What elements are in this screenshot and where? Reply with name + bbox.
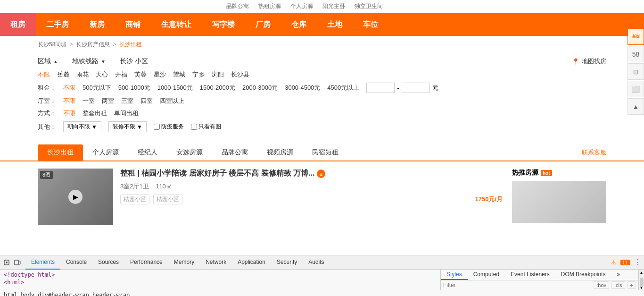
breadcrumb-home[interactable]: 长沙58同城 xyxy=(38,41,66,48)
tab-changsha-rent[interactable]: 长沙出租 xyxy=(38,144,83,161)
devtools-tab-styles[interactable]: Styles xyxy=(441,270,468,280)
devtools-device-icon[interactable] xyxy=(13,258,22,267)
nav-item-office[interactable]: 写字楼 xyxy=(202,13,245,36)
devtools-tab-dom-breakpoints[interactable]: DOM Breakpoints xyxy=(555,270,611,280)
devtools-more-btn[interactable]: ⋮ xyxy=(634,258,642,267)
room-2[interactable]: 两室 xyxy=(102,97,114,105)
expand-btn[interactable]: ⊡ xyxy=(627,63,644,80)
devtools-tab-more-right[interactable]: » xyxy=(611,270,626,280)
play-button[interactable]: ▶ xyxy=(68,190,83,204)
district-tianxin[interactable]: 天心 xyxy=(96,70,108,79)
has-photo-checkbox[interactable]: 只看有图 xyxy=(191,123,221,131)
listing-title[interactable]: 整租 | 桔园小学陪读 居家好房子 楼层不高 装修精致 万博... 🔥 xyxy=(120,169,468,178)
hot-image[interactable] xyxy=(512,181,606,223)
rent-500[interactable]: 500元以下 xyxy=(83,84,111,92)
filter-metro-section[interactable]: 地铁线路 ▼ xyxy=(72,57,106,66)
breadcrumb-rent[interactable]: 长沙出租 xyxy=(119,41,142,48)
district-furong[interactable]: 芙蓉 xyxy=(134,70,147,79)
room-1[interactable]: 一室 xyxy=(83,97,95,105)
rent-500-1000[interactable]: 500-1000元 xyxy=(118,84,150,92)
devtools-tab-console[interactable]: Console xyxy=(60,255,92,270)
tab-minsu[interactable]: 民宿短租 xyxy=(303,144,348,161)
rent-3000-4500[interactable]: 3000-4500元 xyxy=(285,84,320,92)
nav-item-secondhand[interactable]: 二手房 xyxy=(36,13,79,36)
devtools-body-crumb[interactable]: body xyxy=(21,292,34,296)
district-liuyang[interactable]: 浏阳 xyxy=(212,70,224,79)
devtools-tab-application[interactable]: Application xyxy=(232,255,271,270)
orientation-dropdown[interactable]: 朝向不限 ▼ xyxy=(63,121,101,132)
listing-community2[interactable]: 桔园小区 xyxy=(153,195,182,204)
district-yuhua[interactable]: 雨花 xyxy=(76,70,89,79)
devtools-hov-btn[interactable]: :hov xyxy=(594,281,609,289)
devtools-tab-audits[interactable]: Audits xyxy=(303,255,330,270)
rent-all[interactable]: 不限 xyxy=(63,84,75,92)
nav-item-factory[interactable]: 厂房 xyxy=(245,13,281,36)
district-yuelü[interactable]: 岳麓 xyxy=(57,70,69,79)
nav-item-parking[interactable]: 车位 xyxy=(353,13,388,36)
method-all[interactable]: 不限 xyxy=(63,109,75,118)
devtools-cls-btn[interactable]: .cls xyxy=(611,281,625,289)
filter-area-section[interactable]: 区域 ▲ xyxy=(38,57,58,66)
room-3[interactable]: 三室 xyxy=(121,97,133,105)
rent-2000-3000[interactable]: 2000-3000元 xyxy=(242,84,278,92)
devtools-tab-elements[interactable]: Elements xyxy=(25,255,60,270)
devtools-tab-network[interactable]: Network xyxy=(200,255,232,270)
scroll-up-arrow[interactable]: ▲ xyxy=(639,270,644,275)
listing-image[interactable]: 8图 ▶ xyxy=(38,169,113,225)
map-find-house[interactable]: 📍 地图找房 xyxy=(572,57,606,66)
anti-fraud-checkbox[interactable]: 防疫服务 xyxy=(154,123,184,131)
has-photo-input[interactable] xyxy=(191,124,197,130)
anti-fraud-input[interactable] xyxy=(154,124,160,130)
district-kaifu[interactable]: 开福 xyxy=(115,70,127,79)
devtools-tab-computed[interactable]: Computed xyxy=(468,270,505,280)
nav-item-shop[interactable]: 商铺 xyxy=(115,13,151,36)
tab-personal[interactable]: 个人房源 xyxy=(83,144,128,161)
devtools-div-crumb[interactable]: div#header-wrap.header-wrap xyxy=(38,292,130,296)
tab-agent[interactable]: 经纪人 xyxy=(128,144,167,161)
rent-1500-2000[interactable]: 1500-2000元 xyxy=(200,84,235,92)
devtools-tab-sources[interactable]: Sources xyxy=(92,255,124,270)
devtools-html-crumb[interactable]: html xyxy=(4,292,17,296)
decoration-dropdown[interactable]: 装修不限 ▼ xyxy=(108,121,147,132)
rent-1000-1500[interactable]: 1000-1500元 xyxy=(157,84,193,92)
top-link-personal[interactable]: 个人房源 xyxy=(290,2,313,10)
district-wangcheng[interactable]: 望城 xyxy=(173,70,185,79)
screen-btn[interactable]: ⬜ xyxy=(627,81,644,97)
top-link-hot[interactable]: 热租房源 xyxy=(258,2,281,10)
devtools-inspect-icon[interactable] xyxy=(2,258,11,267)
top-link-brand[interactable]: 品牌公寓 xyxy=(226,2,249,10)
method-single[interactable]: 单间出租 xyxy=(114,109,139,118)
devtools-filter-input[interactable] xyxy=(443,282,591,288)
top-link-bathroom[interactable]: 独立卫生间 xyxy=(355,2,383,10)
contact-service-link[interactable]: 联系客服 xyxy=(582,148,606,157)
tab-brand[interactable]: 品牌公寓 xyxy=(212,144,257,161)
nav-item-warehouse[interactable]: 仓库 xyxy=(281,13,317,36)
new-version-btn[interactable]: 新版 xyxy=(627,28,644,45)
devtools-tab-performance[interactable]: Performance xyxy=(124,255,168,270)
scroll-thumb[interactable] xyxy=(640,278,644,287)
method-whole[interactable]: 整套出租 xyxy=(83,109,107,118)
rent-4500-plus[interactable]: 4500元以上 xyxy=(327,84,359,92)
price-max-input[interactable] xyxy=(402,83,430,93)
nav-item-land[interactable]: 土地 xyxy=(317,13,353,36)
nav-item-business[interactable]: 生意转让 xyxy=(151,13,202,36)
nav-item-rent[interactable]: 租房 xyxy=(0,13,36,36)
room-all[interactable]: 不限 xyxy=(63,97,75,105)
filter-community-section[interactable]: 长沙 小区 xyxy=(120,57,148,66)
tab-selected[interactable]: 安选房源 xyxy=(167,144,212,161)
devtools-tab-security[interactable]: Security xyxy=(271,255,303,270)
district-changsha[interactable]: 长沙县 xyxy=(231,70,249,79)
district-ningxiang[interactable]: 宁乡 xyxy=(192,70,205,79)
listing-community1[interactable]: 桔园小区 xyxy=(120,195,149,204)
breadcrumb-property[interactable]: 长沙房产信息 xyxy=(76,41,110,48)
devtools-add-btn[interactable]: + xyxy=(627,281,636,289)
district-xingsha[interactable]: 星沙 xyxy=(154,70,166,79)
price-min-input[interactable] xyxy=(366,83,395,93)
top-link-sunshine[interactable]: 阳光主卧 xyxy=(322,2,345,10)
room-4[interactable]: 四室 xyxy=(140,97,153,105)
devtools-tab-memory[interactable]: Memory xyxy=(168,255,200,270)
top-btn[interactable]: ▲ xyxy=(627,98,644,115)
nav-item-newhouse[interactable]: 新房 xyxy=(79,13,115,36)
district-all[interactable]: 不限 xyxy=(38,70,50,79)
devtools-tab-event-listeners[interactable]: Event Listeners xyxy=(505,270,555,280)
